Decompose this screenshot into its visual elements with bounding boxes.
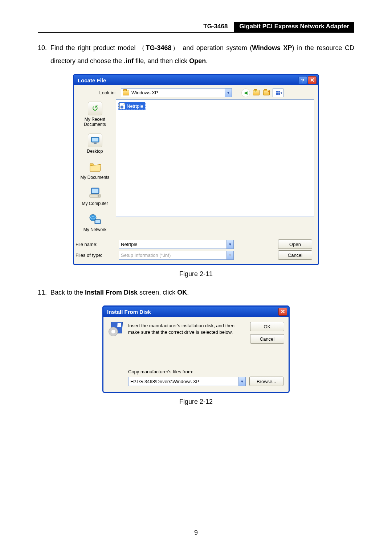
page-header: TG-3468 Gigabit PCI Express Network Adap… (38, 22, 354, 33)
install-instruction-text: Insert the manufacturer's installation d… (128, 322, 245, 344)
chevron-down-icon[interactable]: ▼ (225, 89, 232, 97)
place-recent[interactable]: ↺ My Recent Documents (79, 102, 111, 127)
header-title: Gigabit PCI Express Network Adapter (234, 22, 354, 32)
install-titlebar: Install From Disk ✕ (103, 307, 289, 317)
back-icon[interactable]: ◄ (241, 89, 250, 97)
install-title: Install From Disk (107, 309, 151, 315)
chevron-down-icon[interactable]: ▼ (226, 240, 233, 249)
place-documents[interactable]: My Documents (80, 160, 109, 180)
figure-2-12-caption: Figure 2-12 (38, 398, 354, 406)
close-button[interactable]: ✕ (308, 76, 317, 84)
svg-rect-9 (95, 220, 100, 223)
file-name-label: File name: (74, 242, 116, 247)
file-type-field[interactable]: Setup Information (*.inf) ▼ (119, 251, 234, 260)
look-in-value: Windows XP (131, 90, 158, 95)
page-number: 9 (0, 529, 392, 537)
my-documents-icon (88, 160, 102, 173)
header-model: TG-3468 (203, 22, 234, 32)
places-bar: ↺ My Recent Documents Desktop My Documen… (74, 99, 116, 236)
look-in-dropdown[interactable]: Windows XP ▼ (121, 88, 232, 97)
look-in-label: Look in: (74, 90, 118, 95)
my-network-icon (88, 213, 102, 226)
step-10: 10. Find the right product model （TG-346… (38, 41, 354, 67)
cancel-button[interactable]: Cancel (250, 334, 284, 344)
step-11-number: 11. (38, 286, 50, 299)
my-computer-icon (88, 186, 102, 200)
chevron-down-icon[interactable]: ▼ (226, 251, 233, 259)
install-disk-icon (109, 322, 123, 336)
place-desktop[interactable]: Desktop (87, 134, 103, 154)
step-11: 11. Back to the Install From Disk screen… (38, 286, 354, 299)
svg-rect-2 (94, 143, 97, 144)
inf-file-icon (119, 103, 125, 109)
svg-rect-6 (98, 195, 99, 197)
browse-button[interactable]: Browse... (249, 377, 283, 386)
locate-titlebar: Locate File ? ✕ (74, 75, 318, 85)
ok-button[interactable]: OK (250, 322, 284, 331)
step-10-number: 10. (38, 41, 50, 67)
folder-icon (123, 90, 129, 95)
copy-from-label: Copy manufacturer's files from: (128, 369, 283, 374)
recent-icon: ↺ (88, 102, 102, 115)
new-folder-icon[interactable]: ✦ (262, 89, 270, 97)
file-name-field[interactable]: Netrtple ▼ (119, 240, 234, 249)
step-10-text: Find the right product model （TG-3468） a… (50, 41, 354, 67)
open-button[interactable]: Open (278, 239, 312, 249)
step-11-text: Back to the Install From Disk screen, cl… (50, 286, 354, 299)
up-one-level-icon[interactable]: ↑ (252, 89, 260, 97)
svg-rect-4 (92, 189, 98, 193)
help-button[interactable]: ? (298, 76, 307, 84)
file-list[interactable]: Netrtple (116, 99, 314, 217)
install-from-disk-dialog: Install From Disk ✕ Insert the manufactu… (102, 305, 290, 393)
file-type-label: Files of type: (74, 253, 116, 258)
locate-title: Locate File (78, 77, 106, 83)
place-computer[interactable]: My Computer (82, 186, 108, 206)
svg-rect-1 (92, 138, 98, 141)
desktop-icon (88, 134, 102, 147)
place-network[interactable]: My Network (83, 213, 106, 232)
selected-file[interactable]: Netrtple (118, 102, 146, 110)
locate-file-dialog: Locate File ? ✕ Look in: Windows XP ▼ ◄ … (73, 74, 319, 265)
view-menu-icon[interactable] (273, 89, 283, 97)
cancel-button[interactable]: Cancel (278, 250, 312, 260)
figure-2-11-caption: Figure 2-11 (38, 270, 354, 278)
copy-from-path[interactable]: H:\TG-3468\Drivers\Windows XP ▼ (128, 377, 246, 386)
chevron-down-icon[interactable]: ▼ (238, 377, 245, 386)
close-button[interactable]: ✕ (278, 308, 287, 316)
